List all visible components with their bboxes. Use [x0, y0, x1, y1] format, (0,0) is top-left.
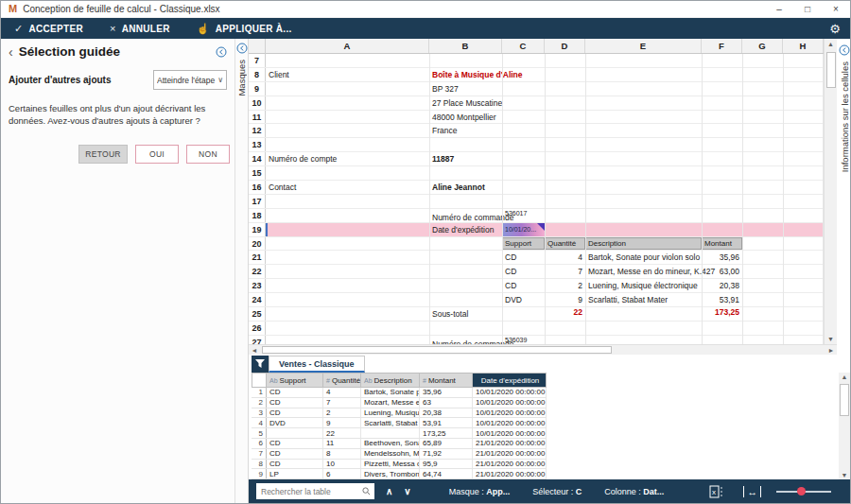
table-row[interactable]: 2 CD 7 Mozart, Messe en do... 63 10/01/2…: [252, 398, 547, 408]
pin-icon[interactable]: [216, 46, 227, 58]
back-chevron-icon[interactable]: ‹: [9, 45, 13, 59]
sheet-cell[interactable]: 536039: [502, 336, 545, 344]
sheet-cell[interactable]: Scarlatti, Stabat Mater: [585, 293, 702, 306]
sheet-cell[interactable]: Support: [502, 237, 545, 251]
scroll-left-icon[interactable]: ◄: [249, 345, 260, 355]
sheet-cell[interactable]: Luening, Musique électronique: [585, 279, 702, 292]
sheet-cell[interactable]: Date d'expédition: [429, 223, 502, 236]
scroll-up-icon[interactable]: ▲: [839, 374, 850, 380]
sheet-cell[interactable]: 7: [545, 265, 585, 278]
accept-button[interactable]: ✓ ACCEPTER: [1, 18, 96, 39]
tab-ventes-classique[interactable]: Ventes - Classique: [269, 356, 365, 373]
table-filter-icon[interactable]: [252, 356, 269, 373]
cancel-button[interactable]: × ANNULER: [96, 18, 183, 39]
sheet-cell[interactable]: 536017: [502, 209, 545, 222]
sheet-cell[interactable]: BP 327: [429, 82, 502, 96]
sheet-cell[interactable]: CD: [502, 265, 545, 278]
step-dropdown[interactable]: Atteindre l'étape ∨: [153, 70, 227, 90]
row-number[interactable]: 14: [249, 152, 266, 165]
sheet-cell[interactable]: 4: [545, 251, 585, 264]
row-number[interactable]: 24: [249, 293, 266, 306]
table-row[interactable]: 1 CD 4 Bartok, Sonate pour... 35,96 10/0…: [252, 388, 547, 398]
table-row[interactable]: 8 CD 10 Pizzetti, Messa di Re... 95,9 21…: [252, 460, 547, 470]
row-number[interactable]: 20: [249, 237, 266, 251]
close-button[interactable]: ×: [822, 1, 850, 18]
column-header[interactable]: B: [429, 39, 502, 53]
sheet-cell[interactable]: 53,91: [702, 293, 742, 306]
sheet-cell[interactable]: CD: [502, 251, 545, 264]
sheet-cell[interactable]: 9: [545, 293, 585, 306]
sheet-cell[interactable]: 63,00: [702, 265, 742, 278]
column-header[interactable]: E: [585, 39, 702, 53]
sheet-cell[interactable]: Aline Jeannot: [429, 181, 502, 194]
status-item[interactable]: Masque : App...: [449, 487, 511, 496]
sheet-cell[interactable]: France: [429, 124, 502, 137]
slider-thumb[interactable]: [797, 487, 806, 495]
table-corner[interactable]: [252, 373, 267, 388]
sheet-cell[interactable]: Bartok, Sonate pour violon solo: [585, 251, 702, 264]
sheet-cell[interactable]: 20,38: [702, 279, 742, 292]
minimize-button[interactable]: –: [765, 1, 793, 18]
export-excel-icon[interactable]: x: [707, 484, 726, 499]
table-column-header[interactable]: # Quantité: [323, 373, 361, 388]
sheet-cell[interactable]: Description: [585, 237, 702, 251]
column-header[interactable]: D: [545, 39, 585, 53]
sheet-cell[interactable]: Montant: [702, 237, 742, 251]
table-column-header[interactable]: # Montant: [420, 373, 473, 388]
row-number[interactable]: 19: [249, 223, 266, 236]
scroll-down-icon[interactable]: ▼: [825, 336, 837, 342]
row-number[interactable]: 13: [249, 138, 266, 151]
sheet-cell[interactable]: Mozart, Messe en do mineur, K.427: [585, 265, 702, 278]
row-number[interactable]: 16: [249, 181, 266, 194]
table-row[interactable]: 6 CD 11 Beethoven, Sonate P... 65,89 21/…: [252, 439, 547, 449]
table-column-header[interactable]: Ab Description: [361, 373, 420, 388]
scroll-right-icon[interactable]: ►: [825, 345, 837, 355]
sheet-cell[interactable]: Sous-total: [429, 307, 502, 321]
column-header[interactable]: H: [783, 39, 824, 53]
gear-icon[interactable]: ⚙: [829, 22, 841, 36]
table-row[interactable]: 9 LP 6 Divers, Trombone mo... 64,74 21/0…: [252, 469, 547, 479]
sheet-vertical-scrollbar[interactable]: ▲ ▼: [824, 39, 837, 344]
scroll-down-icon[interactable]: ▼: [839, 472, 850, 478]
row-number[interactable]: 9: [249, 82, 266, 96]
sheet-cell[interactable]: Numéro de commande: [429, 209, 502, 222]
table-row[interactable]: 5 22 173,25 10/01/2020 00:00:00: [252, 428, 547, 439]
row-number[interactable]: 12: [249, 124, 266, 137]
sheet-cell[interactable]: 48000 Montpellier: [429, 111, 502, 124]
row-number[interactable]: 7: [249, 54, 266, 67]
sheet-cell[interactable]: 35,96: [702, 251, 742, 264]
row-number[interactable]: 25: [249, 307, 266, 321]
search-next-icon[interactable]: ∨: [404, 486, 410, 496]
sheet-cell[interactable]: Quantité: [545, 237, 585, 251]
column-header[interactable]: A: [266, 39, 429, 53]
table-row[interactable]: 4 DVD 9 Scarlatti, Stabat Mater 53,91 10…: [252, 418, 547, 428]
row-number[interactable]: 27: [249, 336, 266, 344]
scroll-up-icon[interactable]: ▲: [825, 41, 837, 47]
column-header[interactable]: C: [502, 39, 545, 53]
search-prev-icon[interactable]: ∧: [386, 486, 392, 496]
status-item[interactable]: Colonne : Dat...: [604, 487, 664, 496]
row-number[interactable]: 8: [249, 68, 266, 81]
sheet-horizontal-scrollbar[interactable]: ◄ ►: [249, 344, 837, 355]
column-header[interactable]: F: [702, 39, 742, 53]
row-number[interactable]: 22: [249, 265, 266, 278]
non-button[interactable]: NON: [186, 145, 230, 164]
sheet-cell[interactable]: 27 Place Muscatine: [429, 96, 502, 110]
oui-button[interactable]: OUI: [135, 145, 179, 164]
masques-tab[interactable]: Masques: [236, 60, 247, 96]
row-number[interactable]: 15: [249, 166, 266, 180]
sheet-cell[interactable]: Contact: [266, 181, 429, 194]
sheet-cell[interactable]: Numéro de compte: [266, 152, 429, 165]
sheet-cell[interactable]: CD: [502, 279, 545, 292]
table-column-header[interactable]: Date d'expédition: [473, 373, 547, 388]
zoom-slider[interactable]: [776, 486, 831, 497]
retour-button[interactable]: RETOUR: [78, 145, 128, 164]
table-row[interactable]: 3 CD 2 Luening, Musique éle... 20,38 10/…: [252, 408, 547, 419]
search-input[interactable]: [256, 483, 374, 499]
scrollbar-thumb[interactable]: [840, 384, 849, 416]
column-header[interactable]: G: [742, 39, 783, 53]
cell-info-tab[interactable]: Informations sur les cellules: [840, 61, 850, 172]
maximize-button[interactable]: □: [793, 1, 822, 18]
sheet-cell[interactable]: 22: [545, 307, 585, 321]
sheet-cell[interactable]: 10/01/20...: [502, 223, 545, 236]
